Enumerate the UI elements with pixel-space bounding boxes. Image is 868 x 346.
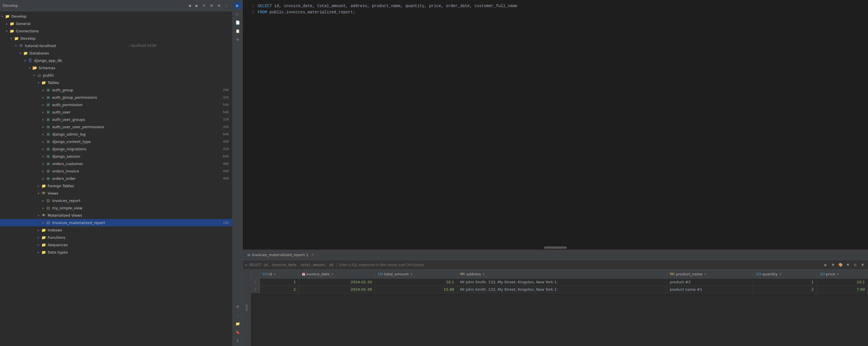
info-btn[interactable]: ℹ: [234, 337, 241, 344]
tree-badge: 64K: [223, 155, 229, 158]
tree-item-django-app-db[interactable]: 🗄 django_app_db: [0, 57, 232, 64]
tree-item-indexes[interactable]: 📁 Indexes: [0, 226, 232, 234]
editor-area[interactable]: 1 SELECT id, invoice_date, total_amount,…: [243, 0, 868, 246]
filter-run-btn[interactable]: ▶: [823, 262, 829, 268]
tree-item-develop2[interactable]: 📁 Develop: [0, 35, 232, 42]
tree-item-schemas[interactable]: 📂 Schemas: [0, 64, 232, 71]
sidebar-settings-btn[interactable]: ⚙: [209, 3, 215, 9]
run-selected-btn[interactable]: ▷: [234, 10, 241, 18]
editor-and-strip: ▶ ▷ 📄 📋 ✉ ⚙ … 📁 🔖 ℹ 1 SELECT id, invoice…: [232, 0, 868, 346]
tree-item-general[interactable]: 📁 General: [0, 20, 232, 27]
filter-run-dropdown-btn[interactable]: ▼: [830, 262, 836, 268]
col-header-address[interactable]: RBC address ▼: [457, 270, 667, 279]
tree-item-auth-group[interactable]: ⊞ auth_group 24K: [0, 86, 232, 94]
tree-item-connections[interactable]: 📁 Connections: [0, 27, 232, 35]
col-header-product-name[interactable]: RBC product_name ▼: [667, 270, 753, 279]
col-header-id[interactable]: 123 id ▼: [259, 270, 299, 279]
results-panel: ⊞ invoices_materialized_report 1 ✕ ⇌ SEL…: [243, 250, 868, 346]
bookmark-btn[interactable]: 🔖: [234, 328, 241, 336]
filter-more-btn[interactable]: ▼: [860, 262, 866, 268]
tree-arrow-schemas: [27, 66, 32, 69]
mail-btn[interactable]: ✉: [234, 36, 241, 43]
cell-quantity-2: 2: [753, 286, 817, 293]
tree-arrow: [41, 199, 45, 202]
tree-item-public[interactable]: 🗂 public: [0, 71, 232, 79]
sidebar-refresh-btn[interactable]: ⟳: [201, 3, 207, 9]
tree-item-foreign-tables[interactable]: 📁 Foreign Tables: [0, 182, 232, 189]
grid-label-column: Grid: [243, 270, 251, 346]
tree-item-views[interactable]: 👁 Views: [0, 189, 232, 197]
tree-item-auth-user[interactable]: ⊞ auth_user 64K: [0, 108, 232, 116]
tree-item-django-session[interactable]: ⊞ django_session 64K: [0, 153, 232, 160]
tree-item-django-admin-log[interactable]: ⊞ django_admin_log 64K: [0, 130, 232, 138]
tree-item-auth-group-perms[interactable]: ⊞ auth_group_permissions 32K: [0, 94, 232, 101]
tree-item-develop[interactable]: 📁 Develop: [0, 12, 232, 20]
cell-invoice-date-1: 2024-01-30: [299, 279, 375, 286]
filter-actions: ▶ ▼ 🎨 ▼ ⚙ ▼: [823, 262, 866, 268]
tree-label: invoices_materialized_report: [52, 221, 223, 225]
tree-item-orders-invoice[interactable]: ⊞ orders_invoice 40K: [0, 167, 232, 175]
col-header-invoice-date[interactable]: 📅 invoice_date ▼: [299, 270, 375, 279]
folder-icon: 📁: [41, 183, 46, 189]
col-header-price[interactable]: 123 price ▼: [817, 270, 868, 279]
data-table-wrapper[interactable]: 123 id ▼ 📅 invoice_date: [251, 270, 868, 346]
tree-arrow-tables: [36, 81, 41, 84]
tree-item-django-content-type[interactable]: ⊞ django_content_type 40K: [0, 138, 232, 145]
filter-settings-btn[interactable]: ⚙: [852, 262, 858, 268]
tree-badge: 64K: [223, 132, 229, 136]
tree-item-sequences[interactable]: 📁 Sequences: [0, 241, 232, 248]
tree-item-my-simple-view[interactable]: ⊡ my_simple_view: [0, 204, 232, 212]
tree-arrow: [41, 169, 45, 173]
filter-filter-btn[interactable]: ▼: [845, 262, 851, 268]
script-btn[interactable]: 📋: [234, 27, 241, 35]
col-header-total-amount[interactable]: 123 total_amount ▼: [375, 270, 457, 279]
tree-item-functions[interactable]: 📁 Functions: [0, 234, 232, 241]
tree-arrow: [41, 111, 45, 114]
tree-item-databases[interactable]: 📁 Databases: [0, 49, 232, 57]
tree-item-tutorial[interactable]: ⚙ tutorial-localhost - localhost:5439: [0, 42, 232, 49]
tree-item-materialized-views[interactable]: 👁 Materialized Views: [0, 212, 232, 219]
editor-line-1-content: SELECT id, invoice_date, total_amount, a…: [257, 3, 517, 9]
sidebar-add-btn[interactable]: ⊕: [216, 3, 222, 9]
tree-label-sequences: Sequences: [48, 243, 232, 247]
explain-btn[interactable]: 📄: [234, 19, 241, 26]
tree-item-auth-permission[interactable]: ⊞ auth_permission 56K: [0, 101, 232, 108]
tree-item-orders-order[interactable]: ⊞ orders_order 40K: [0, 175, 232, 182]
editor-scrollbar[interactable]: [243, 246, 868, 250]
tree-label-indexes: Indexes: [48, 228, 232, 232]
tree-item-data-types[interactable]: 📁 Data types: [0, 248, 232, 256]
filter-color-btn[interactable]: 🎨: [837, 262, 844, 268]
tab-close-btn[interactable]: ✕: [311, 253, 314, 257]
cell-total-amount-1: 10.1: [375, 279, 457, 286]
results-body: Grid 123 id: [243, 270, 868, 346]
tree-item-django-migrations[interactable]: ⊞ django_migrations 32K: [0, 145, 232, 153]
sidebar-more-btn[interactable]: ⋮: [223, 3, 229, 9]
tree-item-orders-customer[interactable]: ⊞ orders_customer 48K: [0, 160, 232, 167]
col-name-quantity: quantity: [762, 272, 777, 276]
col-header-quantity[interactable]: 123 quantity ▼: [753, 270, 817, 279]
tree-item-auth-user-user-perms[interactable]: ⊞ auth_user_user_permissions 32K: [0, 123, 232, 130]
sidebar-header-title: Develop: [3, 3, 184, 8]
tree-item-tables[interactable]: 📁 Tables: [0, 79, 232, 86]
matviews-folder-icon: 👁: [41, 213, 46, 218]
results-tab-invoices[interactable]: ⊞ invoices_materialized_report 1 ✕: [244, 250, 317, 260]
scrollbar-thumb[interactable]: [544, 247, 567, 249]
tree-item-invoices-report[interactable]: ⊡ invoices_report: [0, 197, 232, 204]
tree-item-auth-user-groups[interactable]: ⊞ auth_user_groups 32K: [0, 116, 232, 123]
view-icon: ⊡: [45, 198, 51, 203]
col-sort-invoice-date: ▼: [331, 273, 334, 276]
cell-price-1: 10.1: [817, 279, 868, 286]
more-btn[interactable]: …: [234, 311, 241, 319]
editor-line-2-content: FROM public.invoices_materialized_report…: [257, 9, 355, 15]
sidebar-forward-btn[interactable]: ▶: [194, 3, 200, 9]
tree-arrow-data-types: [36, 251, 41, 254]
run-query-btn[interactable]: ▶: [234, 2, 241, 9]
tree-item-invoices-materialized-report[interactable]: ⊡ invoices_materialized_report 16K: [0, 219, 232, 226]
filter-input[interactable]: [339, 263, 820, 267]
open-btn[interactable]: 📁: [234, 320, 241, 327]
sidebar-back-btn[interactable]: ◀: [186, 3, 193, 9]
settings-btn[interactable]: ⚙: [234, 303, 241, 310]
tree-label-databases: Databases: [30, 51, 232, 55]
table-icon: ⊞: [45, 94, 51, 100]
col-type-id: 123: [262, 273, 268, 276]
